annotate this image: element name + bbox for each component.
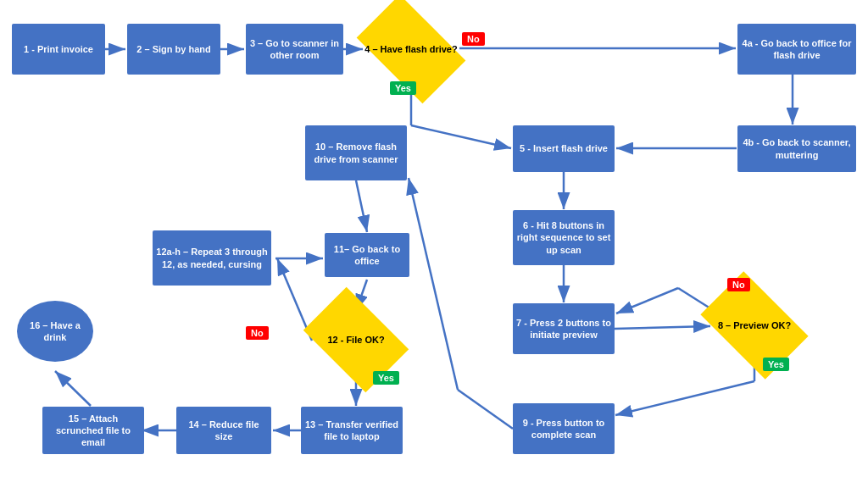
svg-line-18	[356, 180, 367, 232]
box-4b: 4b - Go back to scanner, muttering	[737, 125, 856, 172]
label-yes-4: Yes	[390, 81, 416, 95]
svg-line-11	[615, 326, 710, 329]
label-yes-8: Yes	[763, 358, 789, 371]
diamond-12: 12 - File OK?	[312, 309, 400, 370]
label-no-8: No	[727, 278, 750, 291]
box-2: 2 – Sign by hand	[127, 24, 220, 75]
box-12ah: 12a-h – Repeat 3 through 12, as needed, …	[153, 230, 271, 286]
box-10: 10 – Remove flash drive from scanner	[305, 125, 407, 180]
box-11: 11– Go back to office	[325, 233, 409, 277]
box-5: 5 - Insert flash drive	[513, 125, 615, 172]
box-1: 1 - Print invoice	[12, 24, 105, 75]
label-no-12: No	[246, 326, 269, 340]
box-15: 15 – Attach scrunched file to email	[42, 407, 144, 454]
diamond-8: 8 – Preview OK?	[709, 295, 800, 356]
svg-line-15	[616, 288, 678, 313]
box-7: 7 - Press 2 buttons to initiate preview	[513, 303, 615, 354]
label-no-4: No	[462, 32, 485, 46]
oval-16: 16 – Have a drink	[17, 301, 93, 362]
diamond-4: 4 – Have flash drive?	[364, 19, 458, 80]
box-4a: 4a - Go back to office for flash drive	[737, 24, 856, 75]
box-14: 14 – Reduce file size	[176, 407, 271, 454]
flowchart: 1 - Print invoice 2 – Sign by hand 3 – G…	[0, 0, 868, 488]
box-3: 3 – Go to scanner in other room	[246, 24, 343, 75]
svg-line-13	[615, 381, 754, 415]
svg-line-25	[55, 371, 91, 406]
box-6: 6 - Hit 8 buttons in right sequence to s…	[513, 210, 615, 265]
svg-line-14	[678, 288, 710, 308]
label-yes-12: Yes	[373, 371, 399, 385]
svg-line-17	[409, 178, 458, 390]
box-9: 9 - Press button to complete scan	[513, 403, 615, 454]
svg-line-8	[411, 125, 511, 148]
svg-line-16	[458, 390, 513, 429]
box-13: 13 – Transfer verified file to laptop	[301, 407, 403, 454]
